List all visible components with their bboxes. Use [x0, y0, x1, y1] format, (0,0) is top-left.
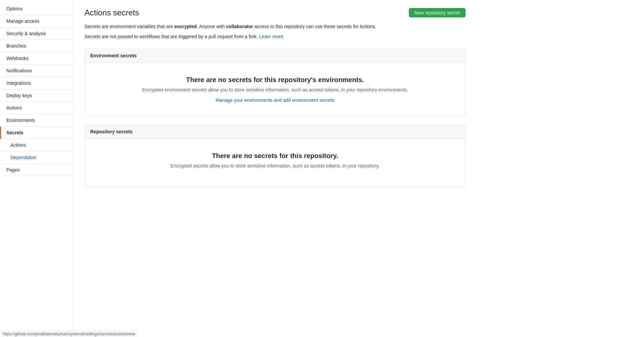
- page-title: Actions secrets: [85, 8, 139, 17]
- sidebar-item-pages[interactable]: Pages: [0, 164, 73, 176]
- environment-secrets-section: Environment secrets There are no secrets…: [85, 49, 466, 117]
- environment-secrets-body: There are no secrets for this repository…: [85, 63, 465, 116]
- sidebar-item-integrations[interactable]: Integrations: [0, 77, 73, 89]
- status-url: https://github.com/jonathanmetzman/syste…: [3, 332, 135, 336]
- sidebar-item-options[interactable]: Options: [0, 3, 73, 15]
- new-repository-secret-button[interactable]: New repository secret: [409, 8, 466, 17]
- sidebar-item-actions-sub[interactable]: Actions: [0, 139, 73, 151]
- repo-empty-title: There are no secrets for this repository…: [90, 152, 460, 160]
- repository-secrets-body: There are no secrets for this repository…: [85, 139, 465, 187]
- sidebar: Options Manage access Security & analysi…: [0, 0, 74, 337]
- sidebar-item-secrets[interactable]: Secrets: [0, 127, 73, 139]
- main-content: Actions secrets New repository secret Se…: [74, 0, 476, 337]
- sidebar-item-branches[interactable]: Branches: [0, 40, 73, 52]
- sidebar-item-webhooks[interactable]: Webhooks: [0, 52, 73, 65]
- env-empty-title: There are no secrets for this repository…: [90, 76, 460, 84]
- learn-more-link[interactable]: Learn more.: [259, 34, 284, 39]
- sidebar-item-manage-access[interactable]: Manage access: [0, 15, 73, 27]
- description-line1: Secrets are environment variables that a…: [85, 23, 466, 30]
- sidebar-item-dependabot[interactable]: Dependabot: [0, 151, 73, 164]
- page-header: Actions secrets New repository secret: [85, 8, 466, 17]
- env-empty-desc: Encrypted environment secrets allow you …: [90, 86, 460, 93]
- manage-environments-link[interactable]: Manage your environments and add environ…: [216, 97, 334, 103]
- sidebar-item-notifications[interactable]: Notifications: [0, 65, 73, 77]
- sidebar-item-deploy-keys[interactable]: Deploy keys: [0, 89, 73, 102]
- sidebar-item-environments[interactable]: Environments: [0, 114, 73, 127]
- repository-secrets-header: Repository secrets: [85, 125, 465, 139]
- repo-empty-desc: Encrypted secrets allow you to store sen…: [90, 162, 460, 170]
- collaborator-bold: collaborator: [226, 24, 253, 29]
- sidebar-item-actions[interactable]: Actions: [0, 102, 73, 114]
- repository-secrets-section: Repository secrets There are no secrets …: [85, 125, 466, 187]
- description-fork: Secrets are not passed to workflows that…: [85, 33, 466, 40]
- status-bar: https://github.com/jonathanmetzman/syste…: [0, 331, 138, 337]
- sidebar-item-security-analysis[interactable]: Security & analysis: [0, 27, 73, 40]
- environment-secrets-header: Environment secrets: [85, 49, 465, 63]
- encrypted-bold: encrypted: [174, 24, 197, 29]
